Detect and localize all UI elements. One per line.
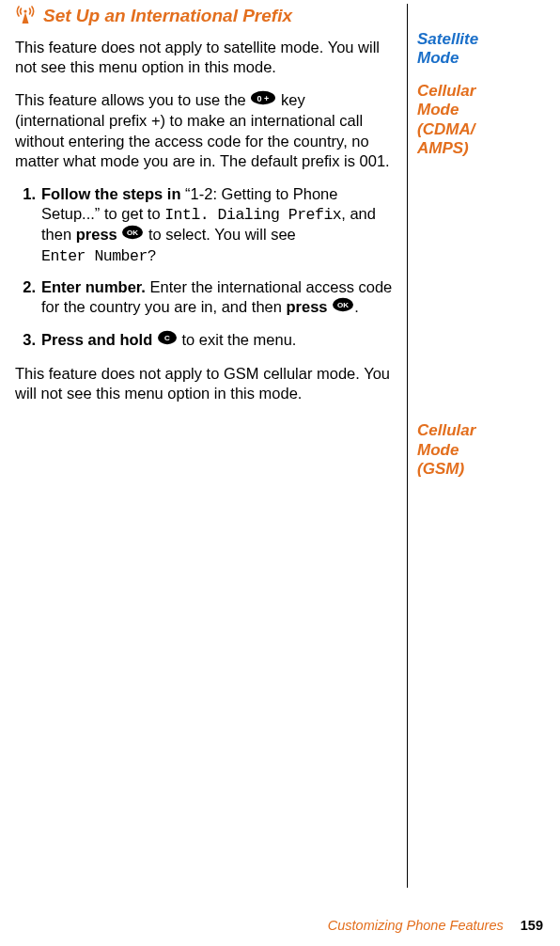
zero-plus-key-icon: 0 + — [250, 90, 276, 110]
text: (GSM) — [417, 460, 545, 479]
paragraph-cdma: This feature allows you to use the 0 + k… — [15, 90, 397, 171]
text: Mode — [417, 49, 545, 68]
text: AMPS) — [417, 139, 545, 158]
heading-row: Set Up an International Prefix — [15, 4, 397, 28]
text-bold: press — [287, 298, 333, 315]
text: Mode — [417, 101, 545, 119]
step-1: 1. Follow the steps in “1-2: Getting to … — [38, 184, 397, 267]
lcd-text: Intl. Dialing Prefix — [164, 206, 341, 224]
side-label-gsm: Cellular Mode (GSM) — [417, 421, 545, 479]
main-column: Set Up an International Prefix This feat… — [15, 4, 408, 888]
text-bold: press — [76, 226, 122, 243]
ok-key-icon: OK — [121, 225, 144, 244]
text: Cellular — [417, 82, 545, 101]
text: . — [354, 298, 359, 315]
ok-key-icon: OK — [332, 297, 354, 317]
footer-section-label: Customizing Phone Features — [328, 918, 504, 933]
page-number: 159 — [521, 918, 543, 933]
svg-text:OK: OK — [127, 229, 138, 237]
svg-text:C: C — [164, 334, 170, 342]
text: Cellular — [417, 421, 545, 440]
side-label-satellite: Satellite Mode — [417, 30, 545, 69]
text-bold: Enter number. — [41, 278, 146, 295]
text-bold: Follow the steps in — [41, 185, 185, 202]
text: Mode — [417, 441, 545, 460]
page-footer: Customizing Phone Features 159 — [328, 918, 543, 933]
steps-list: 1. Follow the steps in “1-2: Getting to … — [15, 184, 397, 351]
c-key-icon: C — [157, 330, 178, 350]
text: (CDMA/ — [417, 120, 545, 139]
step-number: 1. — [15, 184, 36, 204]
paragraph-satellite: This feature does not apply to satellite… — [15, 38, 397, 77]
side-column: Satellite Mode Cellular Mode (CDMA/ AMPS… — [408, 4, 545, 888]
text: to exit the menu. — [178, 331, 297, 348]
step-2: 2. Enter number. Enter the international… — [38, 277, 397, 318]
text: This feature allows you to use the — [15, 91, 250, 108]
text-bold: Press and hold — [41, 331, 157, 348]
step-3: 3. Press and hold C to exit the menu. — [38, 330, 397, 351]
side-label-cdma: Cellular Mode (CDMA/ AMPS) — [417, 82, 545, 159]
lcd-text: Enter Number? — [41, 247, 156, 265]
text: to select. You will see — [144, 226, 295, 243]
step-number: 2. — [15, 277, 36, 297]
paragraph-gsm: This feature does not apply to GSM cellu… — [15, 364, 397, 403]
section-heading: Set Up an International Prefix — [43, 6, 292, 26]
svg-text:OK: OK — [337, 302, 349, 310]
text: Satellite — [417, 30, 545, 49]
svg-text:0 +: 0 + — [257, 94, 270, 103]
antenna-icon — [15, 4, 43, 28]
step-number: 3. — [15, 330, 36, 350]
content-wrap: Set Up an International Prefix This feat… — [0, 0, 560, 888]
page: Set Up an International Prefix This feat… — [0, 0, 560, 946]
